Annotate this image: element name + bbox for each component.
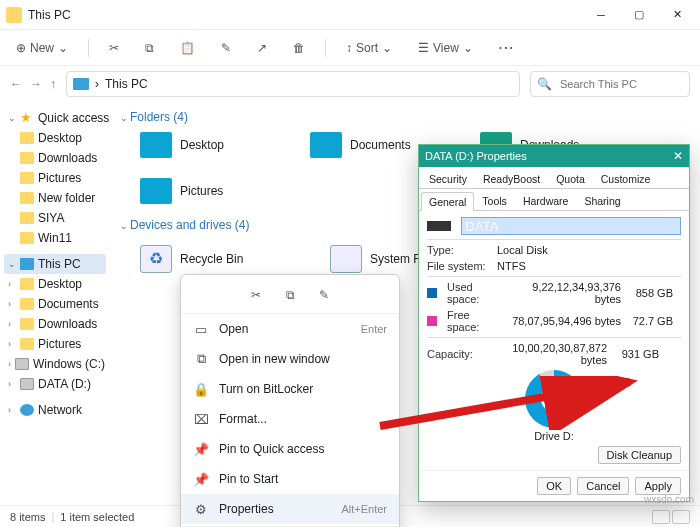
nav-arrows: ← → ↑ <box>10 77 56 91</box>
ctx-bitlocker[interactable]: 🔒Turn on BitLocker <box>181 374 399 404</box>
ctx-pin-quick-access[interactable]: 📌Pin to Quick access <box>181 434 399 464</box>
sidebar-item-pc-documents[interactable]: ›Documents <box>4 294 106 314</box>
properties-titlebar[interactable]: DATA (D:) Properties ✕ <box>419 145 689 167</box>
properties-tabs-bottom: General Tools Hardware Sharing <box>419 189 689 211</box>
drive-name-input[interactable] <box>461 217 681 235</box>
cut-button[interactable]: ✂ <box>103 37 125 59</box>
tab-customize[interactable]: Customize <box>593 169 659 188</box>
window-icon: ⧉ <box>193 351 209 367</box>
search-input[interactable] <box>558 77 700 91</box>
new-button[interactable]: ⊕ New ⌄ <box>10 37 74 59</box>
free-swatch <box>427 316 437 326</box>
cut-icon[interactable]: ✂ <box>246 285 266 305</box>
back-button[interactable]: ← <box>10 77 22 91</box>
ok-button[interactable]: OK <box>537 477 571 495</box>
folder-pictures[interactable]: Pictures <box>140 178 270 204</box>
drive-glyph <box>427 221 451 231</box>
sidebar-item-this-pc[interactable]: ⌄ This PC <box>4 254 106 274</box>
properties-title: DATA (D:) Properties <box>425 150 673 162</box>
tab-quota[interactable]: Quota <box>548 169 593 188</box>
usage-donut <box>525 370 583 428</box>
nav-sidebar: ⌄★ Quick access Desktop Downloads Pictur… <box>0 102 110 505</box>
scissors-icon: ✂ <box>109 41 119 55</box>
folder-desktop[interactable]: Desktop <box>140 132 270 158</box>
up-button[interactable]: ↑ <box>50 77 56 91</box>
tab-security[interactable]: Security <box>421 169 475 188</box>
copy-icon[interactable]: ⧉ <box>280 285 300 305</box>
properties-dialog: DATA (D:) Properties ✕ Security ReadyBoo… <box>418 144 690 502</box>
this-pc-group: ›Desktop ›Documents ›Downloads ›Pictures… <box>4 274 106 394</box>
tab-tools[interactable]: Tools <box>474 191 515 210</box>
quick-access-group: Desktop Downloads Pictures New folder SI… <box>4 128 106 248</box>
status-selected: 1 item selected <box>60 511 134 523</box>
pin-icon: 📌 <box>193 441 209 457</box>
sort-button[interactable]: ↕ Sort ⌄ <box>340 37 398 59</box>
ctx-format[interactable]: ⌧Format... <box>181 404 399 434</box>
rename-icon[interactable]: ✎ <box>314 285 334 305</box>
open-icon: ▭ <box>193 321 209 337</box>
drive-recycle-bin[interactable]: Recycle Bin <box>140 240 290 277</box>
delete-button[interactable]: 🗑 <box>287 37 311 59</box>
sidebar-item-downloads[interactable]: Downloads <box>4 148 106 168</box>
forward-button[interactable]: → <box>30 77 42 91</box>
window-title: This PC <box>28 8 584 22</box>
minimize-button[interactable]: ─ <box>584 3 618 27</box>
tab-general[interactable]: General <box>421 192 474 211</box>
properties-tabs-top: Security ReadyBoost Quota Customize <box>419 167 689 189</box>
overflow-button[interactable]: ··· <box>493 37 521 59</box>
breadcrumb-sep: › <box>95 77 99 91</box>
paste-icon: 📋 <box>180 41 195 55</box>
search-icon: 🔍 <box>537 77 552 91</box>
ctx-pin-start[interactable]: 📌Pin to Start <box>181 464 399 494</box>
share-icon: ↗ <box>257 41 267 55</box>
sidebar-item-pc-windows-c[interactable]: ›Windows (C:) <box>4 354 106 374</box>
sidebar-item-pc-pictures[interactable]: ›Pictures <box>4 334 106 354</box>
ctx-open[interactable]: ▭OpenEnter <box>181 314 399 344</box>
sidebar-item-desktop[interactable]: Desktop <box>4 128 106 148</box>
details-view-toggle[interactable] <box>652 510 670 524</box>
ctx-open-new-window[interactable]: ⧉Open in new window <box>181 344 399 374</box>
copy-icon: ⧉ <box>145 41 154 55</box>
apply-button[interactable]: Apply <box>635 477 681 495</box>
new-label: New <box>30 41 54 55</box>
format-icon: ⌧ <box>193 411 209 427</box>
paste-button[interactable]: 📋 <box>174 37 201 59</box>
chevron-down-icon: ⌄ <box>58 41 68 55</box>
gear-icon: ⚙ <box>193 501 209 517</box>
rename-button[interactable]: ✎ <box>215 37 237 59</box>
sidebar-item-new-folder[interactable]: New folder <box>4 188 106 208</box>
tab-readyboost[interactable]: ReadyBoost <box>475 169 548 188</box>
toolbar-separator <box>88 39 89 57</box>
tab-hardware[interactable]: Hardware <box>515 191 577 210</box>
address-bar[interactable]: › This PC <box>66 71 520 97</box>
sidebar-item-pc-downloads[interactable]: ›Downloads <box>4 314 106 334</box>
sidebar-item-pc-desktop[interactable]: ›Desktop <box>4 274 106 294</box>
status-items: 8 items <box>10 511 45 523</box>
sidebar-item-quick-access[interactable]: ⌄★ Quick access <box>4 108 106 128</box>
cancel-button[interactable]: Cancel <box>577 477 629 495</box>
view-button[interactable]: ☰ View ⌄ <box>412 37 479 59</box>
sidebar-item-pictures[interactable]: Pictures <box>4 168 106 188</box>
address-row: ← → ↑ › This PC 🔍 <box>0 66 700 102</box>
close-icon[interactable]: ✕ <box>673 149 683 163</box>
section-folders[interactable]: ⌄Folders (4) <box>120 110 690 124</box>
pin-icon: 📌 <box>193 471 209 487</box>
sort-label: Sort <box>356 41 378 55</box>
sidebar-item-network[interactable]: › Network <box>4 400 106 420</box>
sidebar-item-siya[interactable]: SIYA <box>4 208 106 228</box>
disk-cleanup-button[interactable]: Disk Cleanup <box>598 446 681 464</box>
maximize-button[interactable]: ▢ <box>622 3 656 27</box>
breadcrumb[interactable]: This PC <box>105 77 148 91</box>
sidebar-item-win11[interactable]: Win11 <box>4 228 106 248</box>
tab-sharing[interactable]: Sharing <box>576 191 628 210</box>
icons-view-toggle[interactable] <box>672 510 690 524</box>
restore-icon <box>330 245 362 273</box>
ctx-properties[interactable]: ⚙PropertiesAlt+Enter <box>181 494 399 524</box>
sidebar-item-pc-data-d[interactable]: ›DATA (D:) <box>4 374 106 394</box>
close-button[interactable]: ✕ <box>660 3 694 27</box>
share-button[interactable]: ↗ <box>251 37 273 59</box>
search-box[interactable]: 🔍 <box>530 71 690 97</box>
recycle-icon <box>140 245 172 273</box>
copy-button[interactable]: ⧉ <box>139 37 160 59</box>
properties-body: Type:Local Disk File system:NTFS Used sp… <box>419 211 689 470</box>
